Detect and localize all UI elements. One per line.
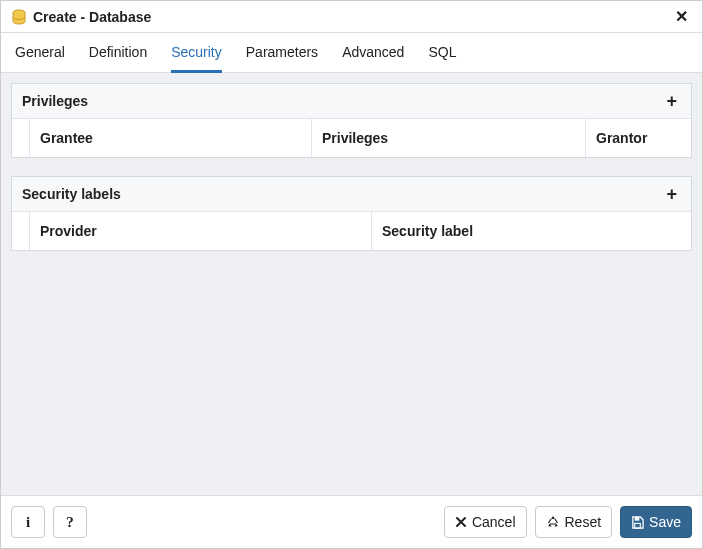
save-label: Save (649, 515, 681, 529)
privileges-row-gutter (12, 119, 30, 157)
tab-advanced[interactable]: Advanced (342, 34, 404, 73)
cancel-button[interactable]: Cancel (444, 506, 527, 538)
privileges-header: Privileges + (12, 84, 691, 119)
dialog-footer: i ? Cancel Reset (1, 495, 702, 548)
reset-button[interactable]: Reset (535, 506, 613, 538)
close-icon[interactable]: ✕ (671, 7, 692, 26)
security-labels-row-gutter (12, 212, 30, 250)
info-button[interactable]: i (11, 506, 45, 538)
security-labels-columns: Provider Security label (12, 212, 691, 250)
save-button[interactable]: Save (620, 506, 692, 538)
tab-parameters[interactable]: Parameters (246, 34, 318, 73)
cancel-label: Cancel (472, 515, 516, 529)
dialog-body: Privileges + Grantee Privileges Grantor … (1, 73, 702, 495)
close-icon (455, 516, 467, 528)
create-database-dialog: Create - Database ✕ General Definition S… (0, 0, 703, 549)
tab-general[interactable]: General (15, 34, 65, 73)
privileges-col-grantor: Grantor (586, 119, 691, 157)
save-icon (631, 516, 644, 529)
add-security-label-button[interactable]: + (662, 185, 681, 203)
recycle-icon (546, 515, 560, 529)
security-labels-panel: Security labels + Provider Security labe… (11, 176, 692, 251)
add-privilege-button[interactable]: + (662, 92, 681, 110)
privileges-col-grantee: Grantee (30, 119, 312, 157)
reset-label: Reset (565, 515, 602, 529)
privileges-title: Privileges (22, 93, 88, 109)
security-labels-col-label: Security label (372, 212, 691, 250)
tab-security[interactable]: Security (171, 34, 222, 73)
dialog-title: Create - Database (33, 9, 151, 25)
help-button[interactable]: ? (53, 506, 87, 538)
privileges-col-privileges: Privileges (312, 119, 586, 157)
database-icon (11, 9, 27, 25)
tab-sql[interactable]: SQL (428, 34, 456, 73)
security-labels-title: Security labels (22, 186, 121, 202)
tab-bar: General Definition Security Parameters A… (1, 33, 702, 73)
security-labels-header: Security labels + (12, 177, 691, 212)
tab-definition[interactable]: Definition (89, 34, 147, 73)
security-labels-col-provider: Provider (30, 212, 372, 250)
dialog-titlebar: Create - Database ✕ (1, 1, 702, 33)
privileges-columns: Grantee Privileges Grantor (12, 119, 691, 157)
privileges-panel: Privileges + Grantee Privileges Grantor (11, 83, 692, 158)
svg-rect-1 (635, 516, 640, 520)
